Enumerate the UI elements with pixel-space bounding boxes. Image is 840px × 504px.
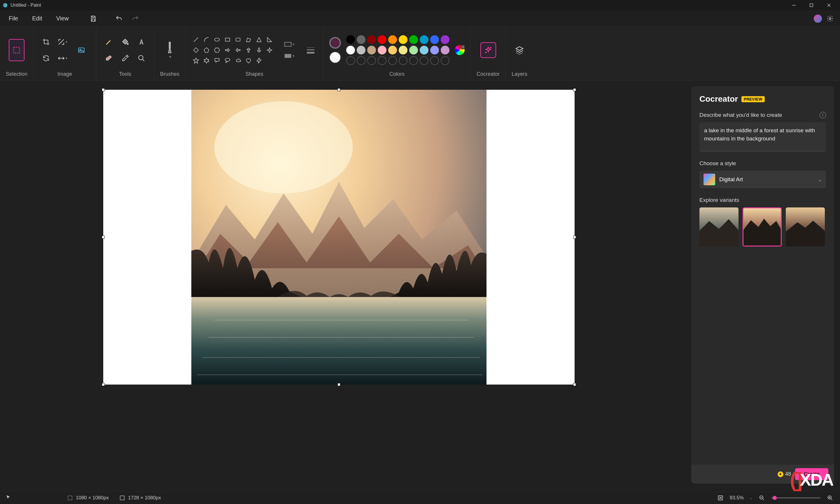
svg-point-10 xyxy=(829,18,831,19)
svg-point-35 xyxy=(490,48,491,48)
svg-rect-19 xyxy=(236,38,240,41)
window-title: Untitled - Paint xyxy=(11,3,41,8)
undo-button[interactable] xyxy=(113,13,125,24)
color-swatch-empty[interactable] xyxy=(430,56,439,65)
select-rect-button[interactable] xyxy=(9,39,24,61)
svg-point-14 xyxy=(127,43,128,44)
color-swatch[interactable] xyxy=(430,35,439,44)
cocreator-prompt-input[interactable] xyxy=(699,122,826,151)
maximize-button[interactable] xyxy=(803,0,820,11)
color-swatch[interactable] xyxy=(399,46,408,54)
variant-thumb-3[interactable] xyxy=(786,208,825,247)
magnifier-tool[interactable] xyxy=(135,52,148,65)
edit-colors-button[interactable] xyxy=(455,45,465,55)
color-swatch[interactable] xyxy=(357,46,365,54)
color-swatch-empty[interactable] xyxy=(388,56,397,65)
cocreator-style-selector[interactable]: Digital Art ⌄ xyxy=(699,171,826,188)
save-button[interactable] xyxy=(87,13,99,24)
shape-rect xyxy=(223,35,232,44)
color-swatch[interactable] xyxy=(409,46,418,54)
brush-selector[interactable]: ▾ xyxy=(164,40,176,60)
zoom-slider[interactable] xyxy=(771,497,821,499)
color-swatch[interactable] xyxy=(367,35,376,44)
shape-fill-dropdown[interactable]: ▾ xyxy=(282,52,296,60)
color-swatch[interactable] xyxy=(409,35,418,44)
settings-button[interactable] xyxy=(824,13,836,24)
zoom-dropdown[interactable]: ⌄ xyxy=(750,496,753,500)
layers-button[interactable] xyxy=(512,42,527,58)
color-swatch-empty[interactable] xyxy=(357,56,365,65)
color-swatch-empty[interactable] xyxy=(409,56,418,65)
color-swatch[interactable] xyxy=(388,46,397,54)
color-swatch[interactable] xyxy=(441,35,449,44)
color-swatch-empty[interactable] xyxy=(367,56,376,65)
color-secondary[interactable] xyxy=(329,52,341,63)
stroke-width-dropdown[interactable] xyxy=(304,40,317,60)
menu-file[interactable]: File xyxy=(4,13,23,23)
color-swatch[interactable] xyxy=(346,46,355,54)
info-icon[interactable]: i xyxy=(820,112,826,118)
color-swatch[interactable] xyxy=(420,46,428,54)
xda-watermark: (]XDA xyxy=(790,470,833,489)
cocreator-button[interactable] xyxy=(480,42,496,58)
svg-rect-18 xyxy=(225,38,230,41)
color-swatch[interactable] xyxy=(388,35,397,44)
cocreator-describe-label: Describe what you'd like to create xyxy=(699,112,782,118)
menu-view[interactable]: View xyxy=(52,13,73,23)
color-swatch-empty[interactable] xyxy=(399,56,408,65)
remove-background-button[interactable] xyxy=(73,38,90,62)
shapes-gallery[interactable] xyxy=(191,35,274,65)
zoom-out-button[interactable] xyxy=(758,494,766,502)
color-swatch[interactable] xyxy=(367,46,376,54)
shape-6star xyxy=(202,56,211,65)
color-swatch[interactable] xyxy=(378,46,387,54)
color-swatch[interactable] xyxy=(357,35,365,44)
color-picker-tool[interactable] xyxy=(118,52,132,65)
redo-button[interactable] xyxy=(130,13,141,24)
cursor-position-icon xyxy=(6,495,11,501)
shape-curve xyxy=(202,35,211,44)
shape-outline-dropdown[interactable]: ▾ xyxy=(282,40,296,49)
style-thumbnail-icon xyxy=(703,174,715,185)
canvas-workspace[interactable] xyxy=(0,80,688,491)
color-primary[interactable] xyxy=(329,37,341,49)
variant-thumb-2[interactable] xyxy=(742,208,782,247)
crop-button[interactable] xyxy=(39,35,53,49)
ribbon-label-brushes: Brushes xyxy=(160,71,179,77)
shape-hexagon xyxy=(212,46,222,55)
variant-thumb-1[interactable] xyxy=(699,208,738,247)
svg-point-36 xyxy=(485,52,486,53)
titlebar: Untitled - Paint xyxy=(0,0,840,11)
zoom-in-button[interactable] xyxy=(826,494,834,502)
flip-button[interactable]: ▾ xyxy=(56,52,69,65)
svg-point-15 xyxy=(139,55,143,60)
resize-button[interactable]: ▾ xyxy=(56,35,69,49)
color-swatch[interactable] xyxy=(346,35,355,44)
color-swatch[interactable] xyxy=(441,46,449,54)
rotate-button[interactable] xyxy=(39,52,53,65)
shape-arrow-up xyxy=(244,46,253,55)
svg-line-53 xyxy=(763,499,764,500)
svg-rect-31 xyxy=(285,54,291,58)
color-swatch-empty[interactable] xyxy=(420,56,428,65)
color-swatch-empty[interactable] xyxy=(378,56,387,65)
minimize-button[interactable] xyxy=(785,0,803,11)
menu-edit[interactable]: Edit xyxy=(28,13,47,23)
eraser-tool[interactable] xyxy=(102,52,116,65)
color-palette[interactable] xyxy=(346,35,449,65)
color-swatch-empty[interactable] xyxy=(346,56,355,65)
color-swatch[interactable] xyxy=(378,35,387,44)
text-tool[interactable] xyxy=(135,35,148,49)
fill-tool[interactable] xyxy=(118,35,132,49)
fit-to-window-button[interactable] xyxy=(716,494,724,502)
svg-rect-49 xyxy=(120,496,124,500)
canvas[interactable] xyxy=(103,90,575,384)
color-swatch[interactable] xyxy=(430,46,439,54)
pencil-tool[interactable] xyxy=(102,35,116,49)
color-swatch[interactable] xyxy=(399,35,408,44)
user-avatar[interactable] xyxy=(814,15,822,23)
ribbon-group-image: ▾ ▾ Image xyxy=(34,27,96,80)
color-swatch[interactable] xyxy=(420,35,428,44)
color-swatch-empty[interactable] xyxy=(441,56,449,65)
close-button[interactable] xyxy=(820,0,838,11)
